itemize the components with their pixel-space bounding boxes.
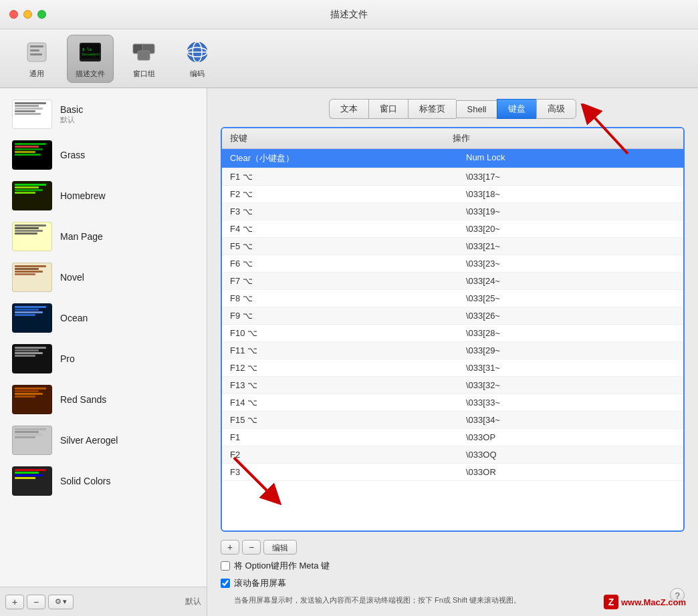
remove-profile-button[interactable]: − — [27, 595, 45, 609]
key-cell: F1 ⌥ — [230, 171, 453, 182]
action-cell: \033[19~ — [453, 206, 675, 217]
action-cell: \033[32~ — [453, 379, 675, 391]
add-profile-button[interactable]: + — [5, 595, 24, 609]
action-cell: Num Lock — [453, 152, 675, 165]
key-cell: F2 — [230, 449, 453, 460]
profiles-icon: $ ls Documents — [76, 38, 104, 66]
sidebar-item-redsands[interactable]: Red Sands — [4, 379, 203, 420]
table-row[interactable]: F14 ⌥ \033[33~ — [222, 394, 683, 412]
svg-rect-3 — [30, 53, 42, 55]
action-cell: \033OP — [453, 432, 675, 443]
thumb-ocean — [12, 303, 52, 333]
table-row[interactable]: F11 ⌥ \033[29~ — [222, 342, 683, 359]
tab-window[interactable]: 窗口 — [368, 99, 408, 119]
action-cell: \033OR — [453, 466, 675, 478]
tab-text[interactable]: 文本 — [329, 99, 368, 119]
tab-advanced[interactable]: 高级 — [536, 99, 576, 119]
close-button[interactable] — [9, 10, 18, 19]
sidebar-item-silveraerogel[interactable]: Silver Aerogel — [4, 420, 203, 460]
sidebar-item-ocean[interactable]: Ocean — [4, 298, 203, 338]
action-row: + − 编辑 — [221, 540, 685, 555]
thumb-redsands — [12, 385, 52, 414]
table-row[interactable]: F7 ⌥ \033[24~ — [222, 273, 683, 290]
toolbar: 通用 $ ls Documents 描述文件 窗口组 — [0, 29, 698, 88]
remove-binding-button[interactable]: − — [242, 540, 261, 555]
toolbar-label-encoding: 编码 — [190, 69, 205, 79]
table-row[interactable]: Clear（小键盘） Num Lock — [222, 149, 683, 168]
tab-keyboard[interactable]: 键盘 — [497, 99, 536, 119]
key-cell: F3 — [230, 466, 453, 478]
table-row[interactable]: F3 \033OR — [222, 464, 683, 481]
homebrew-info: Homebrew — [60, 190, 195, 201]
titlebar: 描述文件 — [0, 0, 698, 29]
sidebar-list: Basic 默认 Grass — [0, 88, 207, 587]
table-row[interactable]: F3 ⌥ \033[19~ — [222, 203, 683, 220]
table-row[interactable]: F12 ⌥ \033[31~ — [222, 359, 683, 377]
table-body[interactable]: Clear（小键盘） Num Lock F1 ⌥ \033[17~ F2 ⌥ \… — [222, 149, 683, 528]
scroll-checkbox[interactable] — [221, 579, 230, 588]
gear-button[interactable]: ⚙ ▾ — [48, 595, 74, 609]
thumb-homebrew — [12, 181, 52, 210]
right-panel: 文本 窗口 标签页 Shell 键盘 高级 按键 操作 Clear（小键盘） N… — [207, 88, 698, 616]
tab-tabs[interactable]: 标签页 — [408, 99, 456, 119]
gear-icon: ⚙ — [55, 597, 62, 606]
table-row[interactable]: F4 ⌥ \033[20~ — [222, 220, 683, 238]
basic-name: Basic — [60, 104, 195, 115]
action-cell: \033[33~ — [453, 397, 675, 408]
action-cell: \033[21~ — [453, 241, 675, 252]
toolbar-item-encoding[interactable]: 编码 — [174, 35, 221, 83]
toolbar-item-window-group[interactable]: 窗口组 — [120, 35, 167, 83]
sidebar: Basic 默认 Grass — [0, 88, 207, 616]
redsands-name: Red Sands — [60, 394, 195, 405]
thumb-pro — [12, 344, 52, 373]
table-row[interactable]: F9 ⌥ \033[26~ — [222, 307, 683, 325]
sidebar-item-novel[interactable]: Novel — [4, 257, 203, 297]
table-row[interactable]: F1 \033OP — [222, 429, 683, 446]
table-row[interactable]: F5 ⌥ \033[21~ — [222, 238, 683, 255]
titlebar-buttons — [9, 10, 46, 19]
minimize-button[interactable] — [23, 10, 32, 19]
maximize-button[interactable] — [37, 10, 46, 19]
table-row[interactable]: F2 \033OQ — [222, 446, 683, 464]
edit-button[interactable]: 编辑 — [263, 540, 297, 555]
key-cell: F14 ⌥ — [230, 397, 453, 408]
toolbar-label-general: 通用 — [29, 69, 44, 79]
sidebar-bottom: + − ⚙ ▾ 默认 — [0, 587, 207, 616]
general-icon — [23, 38, 51, 66]
svg-rect-2 — [30, 49, 39, 51]
action-cell: \033[25~ — [453, 293, 675, 304]
sidebar-item-manpage[interactable]: Man Page — [4, 216, 203, 257]
action-cell: \033OQ — [453, 449, 675, 460]
meta-key-checkbox[interactable] — [221, 561, 230, 571]
manpage-info: Man Page — [60, 231, 195, 242]
key-cell: F7 ⌥ — [230, 275, 453, 287]
sidebar-item-homebrew[interactable]: Homebrew — [4, 176, 203, 216]
svg-rect-10 — [138, 51, 150, 60]
key-cell: F12 ⌥ — [230, 362, 453, 373]
sidebar-item-solidcolors[interactable]: Solid Colors — [4, 461, 203, 501]
table-row[interactable]: F13 ⌥ \033[32~ — [222, 377, 683, 394]
sidebar-item-grass[interactable]: Grass — [4, 135, 203, 175]
svg-rect-1 — [30, 45, 43, 47]
table-row[interactable]: F10 ⌥ \033[28~ — [222, 325, 683, 342]
add-binding-button[interactable]: + — [221, 540, 239, 555]
table-row[interactable]: F2 ⌥ \033[18~ — [222, 186, 683, 203]
toolbar-item-general[interactable]: 通用 — [13, 35, 60, 83]
meta-key-label: 将 Option键用作 Meta 键 — [234, 560, 330, 572]
thumb-solidcolors — [12, 466, 52, 496]
tab-shell[interactable]: Shell — [456, 100, 497, 118]
sidebar-item-pro[interactable]: Pro — [4, 339, 203, 379]
watermark-text: www.MacZ.com — [621, 597, 686, 607]
toolbar-item-profiles[interactable]: $ ls Documents 描述文件 — [67, 35, 114, 83]
silveraerogel-info: Silver Aerogel — [60, 435, 195, 446]
scroll-label: 滚动备用屏幕 — [234, 577, 286, 589]
table-row[interactable]: F15 ⌥ \033[34~ — [222, 412, 683, 429]
action-cell: \033[29~ — [453, 345, 675, 356]
sidebar-item-basic[interactable]: Basic 默认 — [4, 94, 203, 134]
table-row[interactable]: F6 ⌥ \033[23~ — [222, 255, 683, 273]
scroll-row: 滚动备用屏幕 — [221, 577, 685, 589]
action-cell: \033[28~ — [453, 327, 675, 339]
table-row[interactable]: F8 ⌥ \033[25~ — [222, 290, 683, 307]
table-row[interactable]: F1 ⌥ \033[17~ — [222, 168, 683, 186]
solidcolors-name: Solid Colors — [60, 476, 195, 486]
